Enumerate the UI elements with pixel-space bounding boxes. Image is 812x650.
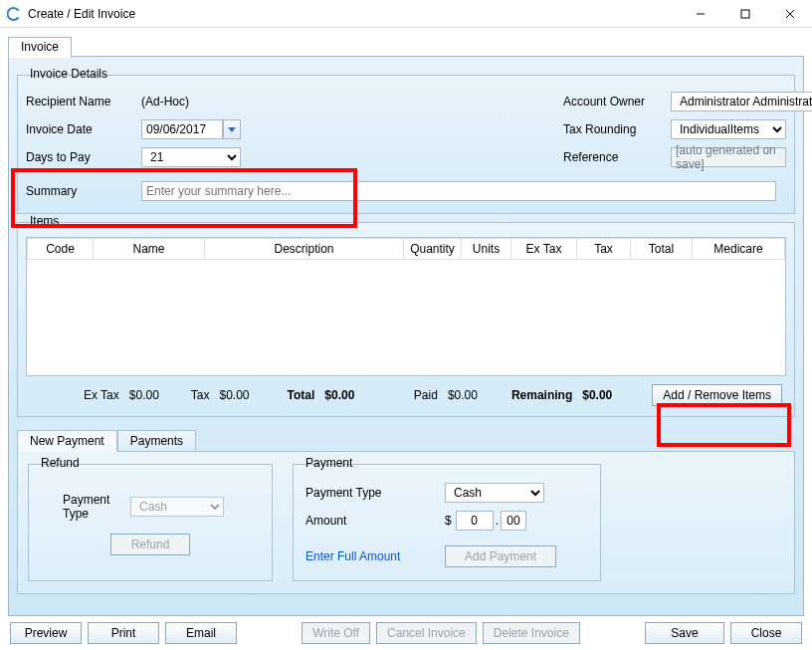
refund-legend: Refund: [37, 456, 84, 470]
invoice-date-input[interactable]: [141, 119, 223, 139]
minimize-button[interactable]: [678, 0, 722, 27]
email-button[interactable]: Email: [165, 622, 237, 644]
invoice-date-label: Invoice Date: [26, 122, 141, 136]
invoice-details-legend: Invoice Details: [26, 67, 111, 81]
items-group: Items Code Name Description Quantity Uni…: [17, 222, 795, 417]
col-units[interactable]: Units: [462, 239, 511, 260]
invoice-tab-panel: Invoice Invoice Details Recipient Name (…: [8, 56, 804, 616]
reference-field: [auto generated on save]: [671, 147, 786, 167]
col-medicare[interactable]: Medicare: [693, 239, 785, 260]
cancel-invoice-button: Cancel Invoice: [376, 622, 477, 644]
refund-group: Refund Payment Type Cash Refund: [28, 464, 273, 581]
tab-new-payment[interactable]: New Payment: [17, 430, 117, 452]
tax-total-label: Tax: [191, 388, 210, 402]
paid-value: $0.00: [448, 388, 478, 402]
tab-invoice[interactable]: Invoice: [8, 37, 72, 58]
invoice-date-picker-button[interactable]: [223, 119, 241, 139]
delete-invoice-button: Delete Invoice: [483, 622, 580, 644]
days-to-pay-select[interactable]: 21: [141, 147, 241, 167]
col-description[interactable]: Description: [205, 239, 404, 260]
paid-label: Paid: [414, 388, 438, 402]
summary-input[interactable]: [141, 181, 776, 201]
preview-button[interactable]: Preview: [10, 622, 82, 644]
summary-label: Summary: [26, 184, 141, 198]
tax-rounding-select[interactable]: IndividualItems: [671, 119, 786, 139]
amount-dec-input[interactable]: [501, 511, 526, 531]
bottom-button-bar: Preview Print Email Write Off Cancel Inv…: [8, 616, 804, 646]
window-title: Create / Edit Invoice: [28, 7, 135, 21]
titlebar: Create / Edit Invoice: [0, 0, 812, 28]
write-off-button: Write Off: [302, 622, 370, 644]
enter-full-amount-link[interactable]: Enter Full Amount: [305, 549, 445, 563]
app-icon: [6, 6, 22, 22]
extax-total-label: Ex Tax: [84, 388, 119, 402]
add-payment-button: Add Payment: [445, 545, 556, 567]
col-name[interactable]: Name: [94, 239, 205, 260]
payment-legend: Payment: [302, 456, 356, 470]
totals-row: Ex Tax $0.00 Tax $0.00 Total $0.00 Paid …: [26, 376, 786, 408]
grand-total-value: $0.00: [324, 388, 354, 402]
refund-button: Refund: [110, 534, 190, 555]
add-remove-items-button[interactable]: Add / Remove Items: [652, 384, 782, 406]
payment-group: Payment Payment Type Cash Amount $ .: [293, 464, 601, 581]
amount-int-input[interactable]: [456, 511, 494, 531]
invoice-details-group: Invoice Details Recipient Name (Ad-Hoc) …: [17, 75, 795, 214]
svg-rect-1: [741, 10, 749, 18]
days-to-pay-label: Days to Pay: [26, 150, 141, 164]
minimize-icon: [696, 9, 706, 19]
maximize-button[interactable]: [722, 0, 767, 27]
items-header-row: Code Name Description Quantity Units Ex …: [28, 239, 785, 260]
refund-type-label: Payment Type: [41, 493, 130, 521]
items-legend: Items: [26, 214, 63, 228]
new-payment-panel: Refund Payment Type Cash Refund Payment: [17, 451, 795, 594]
extax-total-value: $0.00: [129, 388, 159, 402]
maximize-icon: [740, 9, 750, 19]
reference-label: Reference: [563, 150, 671, 164]
tax-total-value: $0.00: [220, 388, 250, 402]
items-table: Code Name Description Quantity Units Ex …: [26, 237, 786, 376]
recipient-name-label: Recipient Name: [26, 95, 141, 108]
refund-type-select: Cash: [130, 497, 224, 517]
account-owner-label: Account Owner: [563, 95, 671, 108]
col-tax[interactable]: Tax: [577, 239, 631, 260]
payment-type-select[interactable]: Cash: [445, 483, 544, 503]
col-total[interactable]: Total: [631, 239, 693, 260]
save-button[interactable]: Save: [645, 622, 724, 644]
close-dialog-button[interactable]: Close: [730, 622, 802, 644]
chevron-down-icon: [228, 127, 236, 132]
remaining-label: Remaining: [511, 388, 572, 402]
close-button[interactable]: [767, 0, 812, 27]
tax-rounding-label: Tax Rounding: [563, 122, 671, 136]
grand-total-label: Total: [288, 388, 315, 402]
col-extax[interactable]: Ex Tax: [511, 239, 577, 260]
col-quantity[interactable]: Quantity: [404, 239, 462, 260]
close-icon: [785, 9, 795, 19]
currency-symbol: $: [445, 514, 452, 528]
account-owner-select[interactable]: Administrator Administrator: [671, 92, 812, 111]
payment-type-label: Payment Type: [305, 486, 445, 500]
recipient-name-value: (Ad-Hoc): [141, 95, 189, 108]
tab-payments[interactable]: Payments: [117, 430, 196, 452]
window-controls: [678, 0, 812, 27]
payment-tabs: New Payment Payments Refund Payment Type…: [17, 429, 795, 594]
remaining-value: $0.00: [582, 388, 612, 402]
print-button[interactable]: Print: [88, 622, 159, 644]
amount-label: Amount: [305, 514, 445, 528]
col-code[interactable]: Code: [28, 239, 94, 260]
